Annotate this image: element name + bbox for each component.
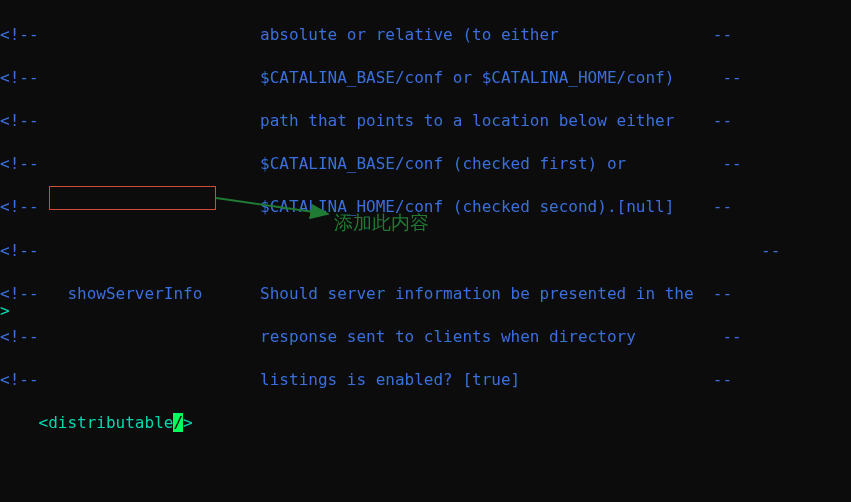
comment-text: Should server information be presented i… bbox=[260, 284, 693, 303]
comment-text: $CATALINA_BASE/conf or $CATALINA_HOME/co… bbox=[260, 68, 674, 87]
comment-close: -- bbox=[722, 154, 741, 173]
comment-close: -- bbox=[713, 25, 732, 44]
comment-text: path that points to a location below eit… bbox=[260, 111, 674, 130]
comment-open: <!-- bbox=[0, 25, 39, 44]
comment-open: <!-- bbox=[0, 111, 39, 130]
comment-open: <!-- bbox=[0, 197, 39, 216]
comment-close: -- bbox=[713, 370, 732, 389]
comment-open: <!-- bbox=[0, 68, 39, 87]
comment-close: -- bbox=[713, 111, 732, 130]
distributable-tag: distributable bbox=[48, 413, 173, 432]
comment-text: absolute or relative (to either bbox=[260, 25, 559, 44]
code-editor[interactable]: <!-- absolute or relative (to either -- … bbox=[0, 2, 851, 502]
comment-text: response sent to clients when directory bbox=[260, 327, 636, 346]
comment-text: $CATALINA_HOME/conf (checked second).[nu… bbox=[260, 197, 674, 216]
annotation-text: 添加此内容 bbox=[334, 210, 429, 236]
comment-close: -- bbox=[713, 284, 732, 303]
gutter-indicator: > bbox=[0, 300, 10, 322]
xml-bracket: < bbox=[39, 413, 49, 432]
comment-close: -- bbox=[761, 241, 780, 260]
comment-label: showServerInfo bbox=[67, 284, 202, 303]
comment-open: <!-- bbox=[0, 241, 39, 260]
comment-text: $CATALINA_BASE/conf (checked first) or bbox=[260, 154, 626, 173]
comment-open: <!-- bbox=[0, 154, 39, 173]
comment-close: -- bbox=[713, 197, 732, 216]
comment-open: <!-- bbox=[0, 370, 39, 389]
comment-text: listings is enabled? [true] bbox=[260, 370, 520, 389]
comment-close: -- bbox=[722, 327, 741, 346]
cursor: / bbox=[173, 413, 183, 432]
comment-open: <!-- bbox=[0, 327, 39, 346]
comment-close: -- bbox=[722, 68, 741, 87]
xml-bracket: > bbox=[183, 413, 193, 432]
